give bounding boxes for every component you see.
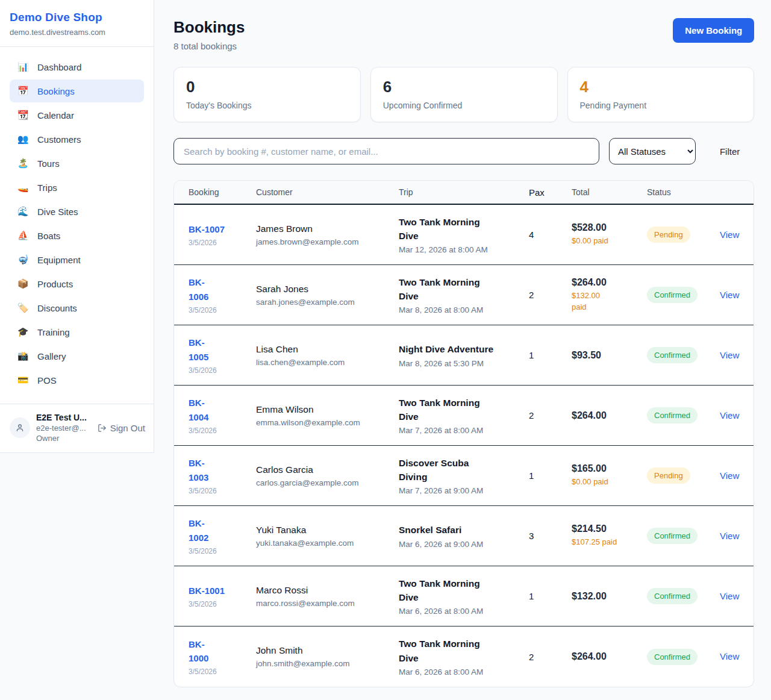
sidebar-item-trips[interactable]: 🚤 Trips	[10, 176, 144, 199]
sidebar-item-label: Trips	[37, 183, 57, 193]
view-booking-link[interactable]: View	[720, 410, 739, 420]
booking-id-link[interactable]: BK-1005	[189, 336, 216, 364]
search-input[interactable]	[173, 138, 599, 164]
column-header-pax: Pax	[529, 187, 572, 198]
booking-id-link[interactable]: BK-1006	[189, 275, 216, 304]
stat-value: 6	[383, 78, 545, 96]
status-cell: Confirmed	[647, 407, 720, 423]
sidebar-item-dashboard[interactable]: 📊 Dashboard	[10, 55, 144, 78]
status-select[interactable]: All Statuses	[609, 138, 696, 164]
paid-amount: $132.00 paid	[572, 290, 609, 312]
page-header: Bookings 8 total bookings New Booking	[173, 18, 754, 51]
status-cell: Confirmed	[647, 347, 720, 363]
customer-email: lisa.chen@example.com	[256, 358, 389, 367]
table-body: BK-1007 3/5/2026 James Brown james.brown…	[174, 205, 754, 687]
action-cell: View	[720, 230, 739, 240]
people-icon: 👥	[17, 134, 29, 145]
booking-date: 3/5/2026	[189, 487, 250, 495]
booking-id-link[interactable]: BK-1000	[189, 637, 216, 666]
main-content: Bookings 8 total bookings New Booking 0 …	[154, 0, 771, 687]
sidebar-item-label: Training	[37, 327, 70, 337]
view-booking-link[interactable]: View	[720, 591, 739, 601]
stat-label: Today's Bookings	[186, 101, 348, 110]
total-cell: $132.00	[572, 591, 647, 602]
view-booking-link[interactable]: View	[720, 350, 739, 360]
customer-email: marco.rossi@example.com	[256, 599, 389, 608]
user-meta: E2E Test U... e2e-tester@... Owner	[36, 413, 92, 443]
view-booking-link[interactable]: View	[720, 651, 739, 661]
calendar-icon: 📅	[17, 86, 29, 96]
table-row: BK-1006 3/5/2026 Sarah Jones sarah.jones…	[174, 265, 754, 325]
booking-date: 3/5/2026	[189, 667, 250, 676]
stat-label: Pending Payment	[580, 101, 742, 110]
sidebar-item-pos[interactable]: 💳 POS	[10, 369, 144, 392]
booking-cell: BK-1003 3/5/2026	[189, 456, 256, 495]
status-badge: Confirmed	[647, 588, 698, 604]
sidebar-item-calendar[interactable]: 📆 Calendar	[10, 104, 144, 127]
booking-id-link[interactable]: BK-1004	[189, 396, 216, 424]
sidebar-item-boats[interactable]: ⛵ Boats	[10, 224, 144, 247]
view-booking-link[interactable]: View	[720, 470, 739, 481]
customer-name: Sarah Jones	[256, 284, 389, 295]
stat-value: 4	[580, 78, 742, 96]
booking-date: 3/5/2026	[189, 366, 250, 375]
sign-out-button[interactable]: Sign Out	[98, 423, 145, 433]
booking-id-link[interactable]: BK-1007	[189, 222, 225, 236]
trip-time: Mar 8, 2026 at 5:30 PM	[399, 359, 519, 368]
stat-card-todays-bookings: 0 Today's Bookings	[173, 67, 361, 122]
pax-count: 3	[529, 531, 572, 541]
sidebar-item-label: Bookings	[37, 86, 75, 96]
status-cell: Pending	[647, 227, 720, 243]
grad-cap-icon: 🎓	[17, 327, 29, 337]
sidebar-item-tours[interactable]: 🏝️ Tours	[10, 152, 144, 175]
sidebar-item-label: Tours	[37, 158, 60, 169]
booking-id-link[interactable]: BK-1001	[189, 584, 225, 598]
view-booking-link[interactable]: View	[720, 531, 739, 541]
customer-name: Yuki Tanaka	[256, 525, 389, 536]
sidebar-item-gallery[interactable]: 📸 Gallery	[10, 345, 144, 367]
customer-name: John Smith	[256, 645, 389, 656]
column-header-total: Total	[572, 187, 647, 197]
customer-email: john.smith@example.com	[256, 659, 389, 668]
status-cell: Pending	[647, 467, 720, 484]
new-booking-button[interactable]: New Booking	[673, 18, 754, 43]
sidebar-item-equipment[interactable]: 🤿 Equipment	[10, 248, 144, 271]
column-header-booking: Booking	[189, 187, 256, 197]
view-booking-link[interactable]: View	[720, 230, 739, 240]
pax-count: 2	[529, 290, 572, 300]
trip-name: Night Dive Adventure	[399, 342, 519, 356]
customer-email: yuki.tanaka@example.com	[256, 539, 389, 548]
status-cell: Confirmed	[647, 588, 720, 604]
sidebar-item-label: Boats	[37, 231, 60, 241]
trip-cell: Two Tank Morning Dive Mar 6, 2026 at 8:0…	[399, 577, 529, 616]
customer-cell: Emma Wilson emma.wilson@example.com	[256, 404, 399, 427]
sidebar-item-products[interactable]: 📦 Products	[10, 272, 144, 295]
status-badge: Pending	[647, 227, 690, 243]
trip-cell: Two Tank Morning Dive Mar 6, 2026 at 8:0…	[399, 637, 529, 677]
customer-email: sarah.jones@example.com	[256, 298, 389, 307]
trip-cell: Night Dive Adventure Mar 8, 2026 at 5:30…	[399, 342, 529, 367]
status-badge: Confirmed	[647, 407, 698, 423]
total-amount: $264.00	[572, 651, 641, 662]
view-booking-link[interactable]: View	[720, 290, 739, 300]
booking-id-link[interactable]: BK-1003	[189, 456, 216, 484]
customer-email: emma.wilson@example.com	[256, 418, 389, 427]
trip-name: Two Tank Morning Dive	[399, 215, 488, 243]
customer-name: James Brown	[256, 223, 389, 234]
sidebar-item-customers[interactable]: 👥 Customers	[10, 128, 144, 151]
customer-name: Marco Rossi	[256, 585, 389, 596]
trip-name: Discover Scuba Diving	[399, 456, 488, 484]
sidebar-item-training[interactable]: 🎓 Training	[10, 320, 144, 343]
filter-button[interactable]: Filter	[705, 146, 754, 157]
sidebar-item-dive-sites[interactable]: 🌊 Dive Sites	[10, 200, 144, 223]
booking-id-link[interactable]: BK-1002	[189, 516, 216, 545]
trip-cell: Two Tank Morning Dive Mar 12, 2026 at 8:…	[399, 215, 529, 255]
total-cell: $264.00	[572, 410, 647, 421]
page-title: Bookings	[173, 18, 245, 37]
trip-time: Mar 7, 2026 at 9:00 AM	[399, 486, 519, 495]
sidebar-item-bookings[interactable]: 📅 Bookings	[10, 80, 144, 102]
status-cell: Confirmed	[647, 287, 720, 303]
sidebar-item-discounts[interactable]: 🏷️ Discounts	[10, 296, 144, 319]
paid-amount: $0.00 paid	[572, 477, 641, 487]
table-row: BK-1003 3/5/2026 Carlos Garcia carlos.ga…	[174, 446, 754, 506]
